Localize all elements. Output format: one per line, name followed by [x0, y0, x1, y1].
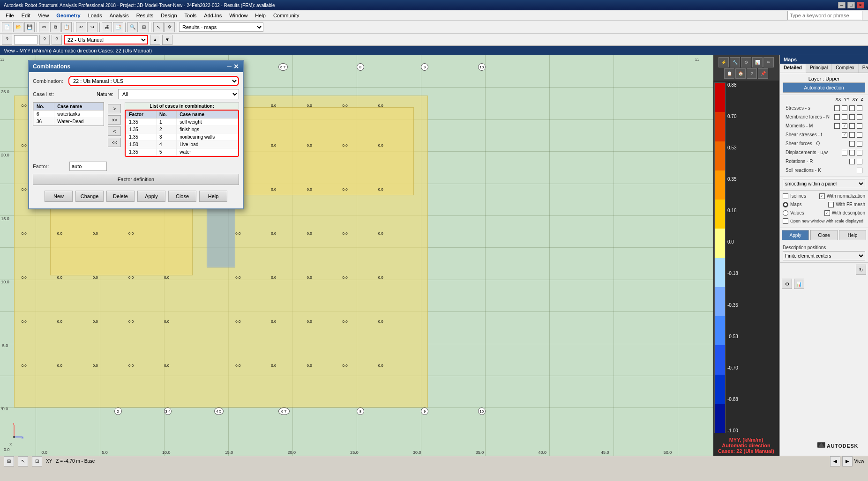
combo-row-5[interactable]: 1.35 5 water	[126, 148, 238, 156]
transfer-right-all[interactable]: >>	[108, 115, 121, 125]
tab-complex[interactable]: Complex	[832, 64, 858, 73]
moments-xy-cb[interactable]	[849, 123, 855, 129]
shear-q-yy-cb[interactable]	[857, 141, 862, 147]
normalization-cb[interactable]	[819, 193, 825, 199]
pdf-btn[interactable]: 📑	[113, 22, 123, 32]
tb2-btn3[interactable]: ?	[52, 35, 62, 45]
tb2-btn1[interactable]: ?	[2, 35, 12, 45]
factor-definition-button[interactable]: Factor definition	[33, 174, 239, 185]
disp-z-cb[interactable]	[857, 150, 862, 155]
transfer-left-all[interactable]: <<	[108, 138, 121, 147]
open-btn[interactable]: 📂	[13, 22, 23, 32]
tool-icon-2[interactable]: 📊	[794, 279, 804, 289]
auto-direction-btn[interactable]: Automatic direction	[783, 82, 865, 93]
transfer-right-one[interactable]: >	[108, 104, 121, 113]
moments-xx-cb[interactable]	[834, 123, 840, 129]
shear-t-xx-cb[interactable]	[842, 132, 847, 138]
canvas-area[interactable]: 0.0 5.0 10.0 15.0 20.0 25.0 0.0 0.0 0.0 …	[0, 55, 713, 456]
paste-btn[interactable]: 📋	[61, 22, 72, 32]
combo-row-3[interactable]: 1.35 3 nonbearing walls	[126, 133, 238, 141]
nature-select[interactable]: All	[118, 89, 239, 99]
save-btn[interactable]: 💾	[24, 22, 35, 32]
legend-icon-8[interactable]: ?	[747, 68, 757, 79]
transfer-left-one[interactable]: <	[108, 126, 121, 136]
combo-row-4[interactable]: 1.50 4 Live load	[126, 141, 238, 148]
close-button[interactable]: ✕	[857, 2, 864, 8]
tb2-btn2[interactable]: ?	[39, 35, 50, 45]
stresses-z-cb[interactable]	[857, 105, 862, 111]
disp-yy-cb[interactable]	[849, 150, 855, 155]
disp-xx-cb[interactable]	[842, 150, 847, 155]
menu-community[interactable]: Community	[269, 12, 303, 19]
dialog-close-btn[interactable]: ✕	[233, 63, 239, 70]
legend-icon-6[interactable]: 📋	[724, 68, 734, 79]
rot-yy-cb[interactable]	[857, 159, 862, 164]
menu-window[interactable]: Window	[225, 12, 251, 19]
menu-addins[interactable]: Add-Ins	[200, 12, 225, 19]
print-btn[interactable]: 🖨	[102, 22, 112, 32]
description-cb[interactable]	[824, 210, 830, 216]
change-button[interactable]: Change	[75, 191, 104, 202]
refresh-icon-btn[interactable]: ↻	[856, 265, 866, 275]
scroll-left[interactable]: ◀	[830, 456, 840, 466]
menu-analysis[interactable]: Analysis	[106, 12, 133, 19]
menu-edit[interactable]: Edit	[18, 12, 34, 19]
redo-btn[interactable]: ↪	[87, 22, 97, 32]
isolines-cb[interactable]	[783, 193, 788, 199]
cut-btn[interactable]: ✂	[39, 22, 49, 32]
stresses-yy-cb[interactable]	[842, 105, 847, 111]
tab-detailed[interactable]: Detailed	[780, 64, 806, 73]
legend-icon-5[interactable]: ✏	[763, 57, 774, 67]
legend-icon-1[interactable]: ⚡	[718, 57, 729, 67]
legend-icon-3[interactable]: ⚙	[741, 57, 751, 67]
tb2-input1[interactable]	[14, 35, 37, 44]
stresses-xy-cb[interactable]	[849, 105, 855, 111]
rot-xx-cb[interactable]	[849, 159, 855, 164]
menu-design[interactable]: Design	[157, 12, 180, 19]
smoothing-select[interactable]: smoothing within a panel	[783, 179, 865, 188]
new-btn[interactable]: 📄	[2, 22, 12, 32]
dialog-minimize-btn[interactable]: ─	[227, 63, 232, 70]
dialog-titlebar[interactable]: Combinations ─ ✕	[29, 61, 243, 72]
combination-select[interactable]: 22 : Uls Manual : ULS	[68, 76, 239, 86]
legend-icon-2[interactable]: 🔧	[730, 57, 740, 67]
status-btn-3[interactable]: ⊡	[32, 456, 42, 466]
soil-k-cb[interactable]	[857, 168, 862, 173]
zoom-fit-btn[interactable]: ⊞	[139, 22, 149, 32]
maps-close-btn[interactable]: Close	[810, 230, 838, 240]
legend-icon-4[interactable]: 📊	[752, 57, 763, 67]
combo-row-2[interactable]: 1.35 2 finishings	[126, 126, 238, 133]
apply-button[interactable]: Apply	[137, 191, 165, 202]
values-radio[interactable]	[783, 210, 788, 216]
scroll-right[interactable]: ▶	[842, 456, 853, 466]
undo-btn[interactable]: ↩	[76, 22, 86, 32]
results-combo[interactable]: Results - maps	[179, 22, 263, 32]
legend-icon-7[interactable]: 🏠	[735, 68, 746, 79]
menu-help[interactable]: Help	[251, 12, 269, 19]
maximize-button[interactable]: □	[847, 2, 855, 8]
close-button[interactable]: Close	[168, 191, 196, 202]
move-btn[interactable]: ✥	[165, 22, 175, 32]
delete-button[interactable]: Delete	[106, 191, 135, 202]
stresses-xx-cb[interactable]	[834, 105, 840, 111]
zoom-btn[interactable]: 🔍	[127, 22, 138, 32]
new-window-cb[interactable]	[783, 218, 788, 224]
case-row-1[interactable]: 6 watertanks	[34, 111, 104, 118]
membrane-z-cb[interactable]	[857, 114, 862, 120]
menu-results[interactable]: Results	[133, 12, 157, 19]
tb2-btn4[interactable]: ▲	[150, 35, 160, 45]
tab-parameter[interactable]: Parameter	[859, 64, 868, 73]
tab-principal[interactable]: Principal	[806, 64, 832, 73]
maps-help-btn[interactable]: Help	[839, 230, 866, 240]
case-row-2[interactable]: 36 Water+Dead	[34, 118, 104, 126]
membrane-yy-cb[interactable]	[842, 114, 847, 120]
tb2-btn5[interactable]: ▼	[162, 35, 172, 45]
shear-t-yy-cb[interactable]	[849, 132, 855, 138]
search-input[interactable]	[787, 11, 862, 20]
desc-positions-select[interactable]: Finite element centers	[783, 251, 865, 260]
status-btn-2[interactable]: ↖	[18, 456, 28, 466]
menu-loads[interactable]: Loads	[84, 12, 106, 19]
moments-z-cb[interactable]	[857, 123, 862, 129]
help-button[interactable]: Help	[199, 191, 227, 202]
factor-input[interactable]	[69, 162, 107, 171]
